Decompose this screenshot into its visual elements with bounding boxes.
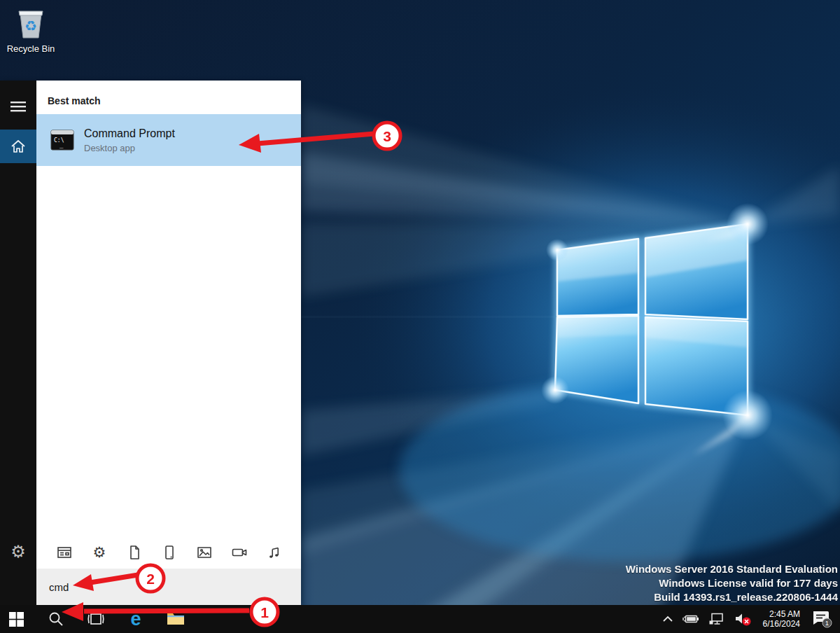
clock-date: 6/16/2024	[763, 619, 800, 629]
result-title: Command Prompt	[84, 127, 175, 141]
edge-icon: e	[130, 610, 141, 629]
recycle-bin-label: Recycle Bin	[7, 43, 55, 54]
task-view-button[interactable]	[82, 605, 110, 633]
documents-icon	[126, 544, 143, 561]
tray-power-button[interactable]	[681, 605, 701, 633]
search-icon	[48, 611, 64, 627]
filter-photos-button[interactable]	[196, 544, 213, 561]
music-icon	[266, 544, 283, 561]
recycle-symbol: ♻	[24, 18, 37, 34]
filter-apps-button[interactable]	[56, 544, 73, 561]
filter-music-button[interactable]	[266, 544, 283, 561]
file-explorer-button[interactable]	[162, 605, 190, 633]
cmd-icon-cursor: _	[59, 141, 64, 148]
tray-volume-button[interactable]	[733, 605, 754, 633]
edge-button[interactable]: e	[122, 605, 150, 633]
photos-icon	[196, 544, 213, 561]
task-view-icon	[87, 612, 105, 626]
filter-documents-button[interactable]	[126, 544, 143, 561]
filter-settings-button[interactable]: ⚙	[91, 544, 108, 561]
taskbar-search-button[interactable]	[42, 605, 70, 633]
search-input[interactable]	[48, 580, 190, 594]
settings-button[interactable]: ⚙	[0, 535, 36, 569]
menu-button[interactable]	[0, 90, 36, 123]
action-center-button[interactable]: 1	[809, 605, 834, 633]
recycle-bin-icon: ♻	[13, 6, 48, 42]
result-command-prompt[interactable]: C:\ _ Command Prompt Desktop app	[36, 114, 301, 166]
settings-icon: ⚙	[93, 544, 106, 561]
desktop-screen: ♻ Recycle Bin Windows Server 2016 Standa…	[0, 0, 840, 633]
start-search-panel: ⚙ Best match C:\ _ Command Prompt Deskto…	[0, 81, 301, 605]
search-filter-row: ⚙	[36, 536, 301, 569]
license-watermark: Windows Server 2016 Standard Evaluation …	[626, 562, 838, 604]
start-button[interactable]	[2, 605, 30, 633]
taskbar: e	[0, 605, 840, 633]
volume-muted-icon	[734, 611, 752, 627]
watermark-line: Windows License valid for 177 days	[626, 576, 838, 590]
gear-icon: ⚙	[10, 542, 26, 562]
home-icon	[9, 137, 27, 155]
filter-videos-button[interactable]	[231, 544, 248, 561]
home-button[interactable]	[0, 130, 36, 163]
tray-chevron-button[interactable]	[661, 605, 675, 633]
search-results-panel: Best match C:\ _ Command Prompt Desktop …	[36, 81, 301, 605]
search-box[interactable]	[36, 569, 301, 605]
start-icon	[9, 612, 24, 627]
chevron-up-icon	[662, 615, 673, 623]
action-center-icon: 1	[811, 609, 833, 629]
network-icon	[708, 612, 725, 626]
battery-icon	[682, 613, 699, 625]
tray-clock[interactable]: 2:45 AM 6/16/2024	[760, 609, 803, 629]
command-prompt-icon: C:\ _	[50, 128, 74, 152]
hamburger-icon	[10, 101, 26, 112]
filter-folders-button[interactable]	[161, 544, 178, 561]
file-explorer-icon	[167, 611, 185, 627]
watermark-line: Build 14393.rs1_release.220806-1444	[626, 590, 838, 604]
result-subtitle: Desktop app	[84, 143, 175, 153]
system-tray: 2:45 AM 6/16/2024 1	[661, 605, 840, 633]
videos-icon	[231, 544, 248, 561]
apps-icon	[56, 544, 73, 561]
notification-badge: 1	[825, 619, 829, 627]
recycle-bin[interactable]: ♻ Recycle Bin	[4, 6, 57, 54]
clock-time: 2:45 AM	[763, 609, 800, 619]
watermark-line: Windows Server 2016 Standard Evaluation	[626, 562, 838, 576]
best-match-header: Best match	[48, 95, 301, 106]
tray-network-button[interactable]	[707, 605, 727, 633]
folders-icon	[161, 544, 178, 561]
search-sidebar: ⚙	[0, 81, 36, 605]
